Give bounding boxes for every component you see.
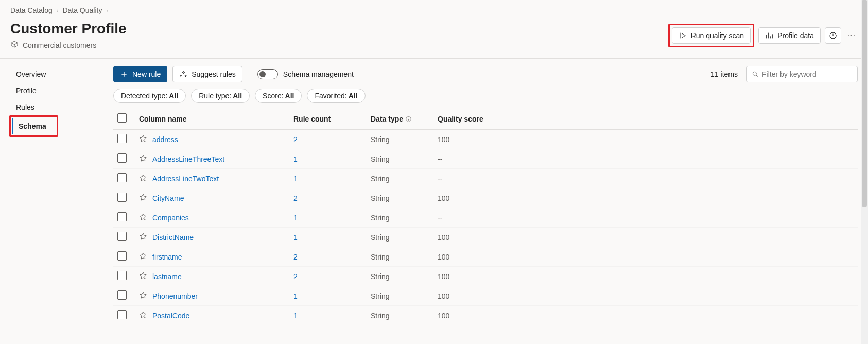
- row-checkbox[interactable]: [117, 193, 127, 202]
- table-row[interactable]: CityName2String100: [113, 188, 858, 208]
- toggle-label: Schema management: [283, 70, 354, 78]
- favorite-star-icon[interactable]: [139, 134, 147, 144]
- row-checkbox[interactable]: [117, 134, 127, 143]
- column-name-link[interactable]: AddressLineThreeText: [152, 155, 224, 163]
- column-header-quality-score[interactable]: Quality score: [433, 108, 511, 130]
- button-label: New rule: [132, 70, 161, 78]
- table-row[interactable]: AddressLineTwoText1String--: [113, 169, 858, 188]
- filter-pill-rule-type[interactable]: Rule type: All: [191, 89, 250, 103]
- table-row[interactable]: AddressLineThreeText1String--: [113, 149, 858, 169]
- breadcrumb-item[interactable]: Data Catalog: [10, 6, 53, 14]
- row-checkbox[interactable]: [117, 251, 127, 261]
- quality-score-cell: 100: [433, 188, 511, 208]
- favorite-star-icon[interactable]: [139, 193, 147, 203]
- column-name-link[interactable]: DistrictName: [152, 233, 194, 242]
- rule-count-link[interactable]: 2: [293, 253, 298, 261]
- table-row[interactable]: address2String100: [113, 130, 858, 149]
- column-name-link[interactable]: address: [152, 135, 178, 144]
- data-type-cell: String: [367, 130, 433, 149]
- row-checkbox[interactable]: [117, 153, 127, 163]
- column-name-link[interactable]: PostalCode: [152, 312, 189, 320]
- favorite-star-icon[interactable]: [139, 252, 147, 262]
- info-icon[interactable]: [405, 115, 412, 123]
- column-name-link[interactable]: Companies: [152, 214, 189, 222]
- rule-count-link[interactable]: 1: [293, 214, 298, 222]
- svg-point-2: [753, 72, 756, 75]
- favorite-star-icon[interactable]: [139, 154, 147, 164]
- favorite-star-icon[interactable]: [139, 271, 147, 281]
- favorite-star-icon[interactable]: [139, 232, 147, 242]
- column-header-data-type[interactable]: Data type: [367, 108, 433, 130]
- new-rule-button[interactable]: New rule: [113, 66, 167, 82]
- quality-score-cell: 100: [433, 286, 511, 306]
- history-button[interactable]: [825, 27, 841, 44]
- table-row[interactable]: lastname2String100: [113, 267, 858, 286]
- row-checkbox[interactable]: [117, 290, 127, 300]
- item-count: 11 items: [710, 70, 738, 78]
- quality-score-cell: 100: [433, 267, 511, 286]
- column-header-name[interactable]: Column name: [135, 108, 289, 130]
- filter-pill-score[interactable]: Score: All: [255, 89, 302, 103]
- filter-input[interactable]: [762, 70, 852, 78]
- column-name-link[interactable]: Phonenumber: [152, 292, 198, 300]
- table-row[interactable]: firstname2String100: [113, 247, 858, 267]
- column-name-link[interactable]: CityName: [152, 194, 184, 202]
- sidenav-item-overview[interactable]: Overview: [9, 66, 103, 82]
- svg-marker-12: [140, 292, 146, 298]
- column-header-rule-count[interactable]: Rule count: [289, 108, 367, 130]
- rule-count-link[interactable]: 1: [293, 233, 298, 242]
- breadcrumb-item[interactable]: Data Quality: [62, 6, 102, 14]
- pill-label: Detected type:: [121, 92, 167, 100]
- column-name-link[interactable]: AddressLineTwoText: [152, 175, 219, 183]
- filter-pill-favorited[interactable]: Favorited: All: [307, 89, 365, 103]
- favorite-star-icon[interactable]: [139, 311, 147, 320]
- rule-count-link[interactable]: 2: [293, 194, 298, 202]
- filter-input-wrapper[interactable]: [746, 66, 858, 82]
- column-name-link[interactable]: firstname: [152, 253, 182, 261]
- rule-count-link[interactable]: 1: [293, 312, 298, 320]
- filter-pills: Detected type: All Rule type: All Score:…: [113, 89, 858, 103]
- quality-score-cell: 100: [433, 228, 511, 247]
- filter-pill-detected-type[interactable]: Detected type: All: [113, 89, 186, 103]
- row-checkbox[interactable]: [117, 310, 127, 319]
- pill-label: Favorited:: [315, 92, 346, 100]
- row-checkbox[interactable]: [117, 173, 127, 182]
- run-quality-scan-button[interactable]: Run quality scan: [672, 27, 751, 44]
- favorite-star-icon[interactable]: [139, 213, 147, 222]
- favorite-star-icon[interactable]: [139, 291, 147, 301]
- pill-label: Score:: [263, 92, 283, 100]
- column-header-spacer: [511, 108, 858, 130]
- sidenav-item-profile[interactable]: Profile: [9, 82, 103, 99]
- svg-marker-7: [140, 194, 146, 200]
- page-header: Data Catalog › Data Quality › Customer P…: [0, 0, 868, 59]
- sidenav-item-rules[interactable]: Rules: [9, 99, 103, 115]
- scrollbar-thumb[interactable]: [862, 0, 867, 207]
- row-checkbox[interactable]: [117, 271, 127, 280]
- table-row[interactable]: DistrictName1String100: [113, 228, 858, 247]
- data-type-cell: String: [367, 149, 433, 169]
- svg-marker-0: [681, 32, 685, 38]
- select-all-checkbox[interactable]: [117, 113, 127, 123]
- rule-count-link[interactable]: 1: [293, 155, 298, 163]
- sidenav-item-schema[interactable]: Schema: [12, 118, 51, 134]
- favorite-star-icon[interactable]: [139, 174, 147, 183]
- rule-count-link[interactable]: 2: [293, 135, 298, 144]
- data-type-cell: String: [367, 286, 433, 306]
- toolbar: New rule Suggest rules Schema management…: [113, 66, 858, 82]
- schema-management-toggle[interactable]: [257, 69, 278, 79]
- row-checkbox[interactable]: [117, 212, 127, 221]
- table-row[interactable]: PostalCode1String100: [113, 306, 858, 325]
- separator: [250, 68, 250, 80]
- profile-data-button[interactable]: Profile data: [758, 27, 821, 44]
- more-actions-button[interactable]: ···: [845, 27, 858, 44]
- column-name-link[interactable]: lastname: [152, 272, 182, 281]
- rule-count-link[interactable]: 1: [293, 175, 298, 183]
- pill-value: All: [349, 92, 358, 100]
- vertical-scrollbar[interactable]: [861, 0, 868, 336]
- rule-count-link[interactable]: 1: [293, 292, 298, 300]
- table-row[interactable]: Companies1String--: [113, 208, 858, 228]
- row-checkbox[interactable]: [117, 232, 127, 241]
- suggest-rules-button[interactable]: Suggest rules: [172, 66, 242, 82]
- table-row[interactable]: Phonenumber1String100: [113, 286, 858, 306]
- rule-count-link[interactable]: 2: [293, 272, 298, 281]
